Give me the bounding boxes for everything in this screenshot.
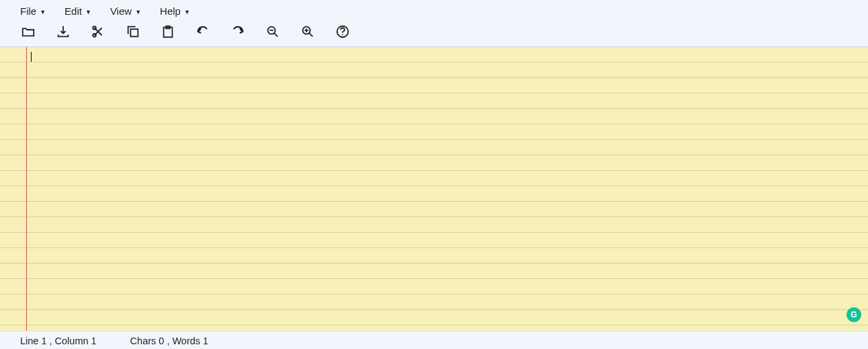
caret-down-icon: ▼ — [184, 9, 190, 15]
help-button[interactable] — [335, 24, 351, 40]
grammarly-badge[interactable]: G — [847, 307, 861, 322]
status-line-prefix: Line — [20, 336, 38, 346]
cut-button[interactable] — [90, 24, 106, 40]
zoom-out-icon — [265, 24, 280, 39]
editor-textarea[interactable] — [30, 51, 861, 331]
download-icon — [56, 24, 71, 39]
folder-open-icon — [21, 24, 36, 39]
redo-icon — [230, 24, 245, 39]
statusbar: Line 1, Column 1 Chars 0, Words 1 — [0, 331, 868, 349]
caret-down-icon: ▼ — [85, 9, 91, 15]
caret-down-icon: ▼ — [40, 9, 46, 15]
grammarly-badge-letter: G — [851, 310, 857, 319]
status-line-value: 1 — [41, 336, 46, 346]
menu-edit-label: Edit — [64, 5, 82, 17]
undo-icon — [196, 24, 210, 39]
redo-button[interactable] — [230, 24, 246, 40]
status-words-value: 1 — [203, 336, 208, 346]
menu-help-label: Help — [160, 5, 181, 17]
zoom-in-button[interactable] — [300, 24, 316, 40]
menu-file-label: File — [20, 5, 36, 17]
cut-icon — [91, 24, 105, 39]
svg-rect-2 — [130, 29, 138, 36]
menu-edit[interactable]: Edit ▼ — [64, 5, 91, 17]
help-icon — [335, 24, 350, 39]
editor-area[interactable] — [0, 47, 868, 331]
download-button[interactable] — [55, 24, 71, 40]
status-chars-value: 0 — [159, 336, 164, 346]
status-counts: Chars 0, Words 1 — [130, 336, 209, 346]
undo-button[interactable] — [195, 24, 211, 40]
status-words-prefix: , Words — [167, 336, 200, 346]
svg-point-8 — [342, 34, 343, 36]
menu-file[interactable]: File ▼ — [20, 5, 46, 17]
status-chars-prefix: Chars — [130, 336, 157, 346]
menu-help[interactable]: Help ▼ — [160, 5, 190, 17]
margin-line — [26, 47, 27, 331]
status-column-value: 1 — [91, 336, 97, 346]
toolbar — [0, 20, 868, 47]
paste-button[interactable] — [160, 24, 176, 40]
menu-view-label: View — [110, 5, 132, 17]
zoom-in-icon — [300, 24, 315, 39]
paste-icon — [161, 24, 175, 39]
caret-down-icon: ▼ — [135, 9, 141, 15]
status-position: Line 1, Column 1 — [20, 336, 97, 346]
zoom-out-button[interactable] — [265, 24, 281, 40]
menu-view[interactable]: View ▼ — [110, 5, 141, 17]
status-column-prefix: , Column — [50, 336, 89, 346]
copy-icon — [126, 24, 140, 39]
open-button[interactable] — [20, 24, 36, 40]
copy-button[interactable] — [125, 24, 141, 40]
menubar: File ▼ Edit ▼ View ▼ Help ▼ — [0, 0, 868, 20]
